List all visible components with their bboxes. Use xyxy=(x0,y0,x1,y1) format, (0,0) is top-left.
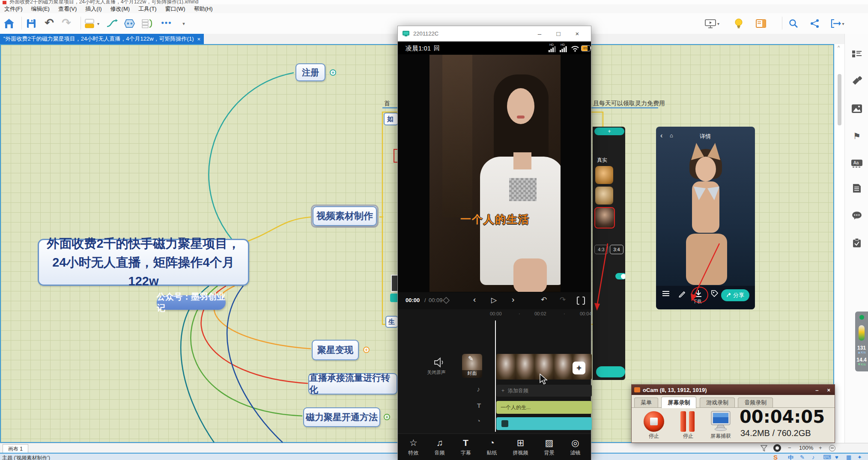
menu-help[interactable]: 帮助(H) xyxy=(190,5,217,13)
close-button[interactable]: × xyxy=(827,387,830,393)
phone-mirror-window[interactable]: 2201122C – □ × 凌晨1:01 回 HD HD 65 × 720P … xyxy=(397,26,591,460)
tab-screen-record[interactable]: 屏幕录制 xyxy=(661,397,696,408)
more-tools-button[interactable]: ••• xyxy=(159,14,174,31)
nav-audio[interactable]: ♫音频 xyxy=(435,438,445,457)
export-button[interactable]: ▾ xyxy=(830,15,844,32)
text-track[interactable]: 一个人的生... xyxy=(496,401,592,414)
idea-button[interactable] xyxy=(731,15,746,32)
menu-file[interactable]: 文件(F) xyxy=(0,5,27,13)
zoom-out-button[interactable]: − xyxy=(788,445,791,451)
sticker-tool-icon[interactable]: ◔ xyxy=(477,417,480,424)
avatar-thumb-hamster[interactable] xyxy=(595,166,613,184)
tag-icon[interactable] xyxy=(711,290,719,297)
node-method[interactable]: 磁力聚星开通方法 xyxy=(303,407,380,427)
image-icon[interactable] xyxy=(851,103,863,114)
menu-tools[interactable]: 工具(T) xyxy=(134,5,161,13)
redo-icon[interactable]: ↷ xyxy=(560,295,566,304)
notes-icon[interactable] xyxy=(851,183,863,194)
mute-speaker-icon[interactable] xyxy=(434,357,446,368)
ocam-titlebar[interactable]: oCam (8, 13, 1912, 1019) – × xyxy=(632,385,835,395)
ime-chinese-icon[interactable]: 中 xyxy=(788,454,793,460)
menu-edit[interactable]: 编辑(E) xyxy=(27,5,54,13)
search-button[interactable] xyxy=(786,15,801,32)
maximize-button[interactable]: □ xyxy=(549,30,568,37)
ratio-3-4-chip[interactable]: 3:4 xyxy=(610,245,623,254)
tab-game-record[interactable]: 游戏录制 xyxy=(700,398,735,407)
node-register[interactable]: 注册 xyxy=(295,63,325,81)
redo-button[interactable]: ↷ xyxy=(59,14,74,31)
stop-button[interactable] xyxy=(644,411,664,432)
phone-window-titlebar[interactable]: 2201122C – □ × xyxy=(398,26,591,42)
avatar-thumb-selected[interactable] xyxy=(594,207,615,229)
node-live-convert[interactable]: 直播承接流量进行转化 xyxy=(308,373,397,395)
hidden-node-generate[interactable]: 生 xyxy=(385,316,398,328)
back-icon[interactable]: ‹ xyxy=(660,132,662,139)
playhead[interactable] xyxy=(495,321,496,432)
tray-mic-icon[interactable]: ♪ xyxy=(812,454,815,460)
scroll-up-icon[interactable]: ^ xyxy=(838,45,840,50)
netspeed-widget[interactable]: 131 ▲K/s 14.4 ▼K/s xyxy=(855,312,868,371)
filter-funnel-icon[interactable] xyxy=(761,445,767,451)
hidden-node-how[interactable]: 如 xyxy=(384,113,398,125)
next-frame-icon[interactable]: › xyxy=(512,295,514,304)
home-icon[interactable]: ⌂ xyxy=(670,132,673,139)
screen-capture-button[interactable] xyxy=(710,410,732,433)
menu-window[interactable]: 窗口(W) xyxy=(161,5,190,13)
vertical-scrollbar[interactable]: ^ xyxy=(835,44,844,443)
boundary-button[interactable] xyxy=(122,15,137,32)
nav-stickers[interactable]: ◔贴纸 xyxy=(487,438,497,457)
nav-subtitles[interactable]: T字幕 xyxy=(461,438,471,457)
node-material[interactable]: 视频素材制作 xyxy=(313,206,377,226)
undo-icon[interactable]: ↶ xyxy=(541,295,547,304)
marker-flag-icon[interactable]: ⚑ xyxy=(851,131,863,142)
zoom-in-button[interactable]: + xyxy=(819,445,822,451)
task-clipboard-icon[interactable] xyxy=(851,237,863,249)
avatar-thumb-2[interactable] xyxy=(595,187,613,205)
nav-effects[interactable]: ☆特效 xyxy=(409,438,419,457)
summary-button[interactable] xyxy=(140,15,155,32)
document-tab[interactable]: "外面收费2千的磁力聚星项目，24小时无人直播，4个月122w，可矩阵操作(1)… xyxy=(0,34,204,44)
overview-eye-icon[interactable] xyxy=(773,444,781,452)
share-button[interactable]: 分享 xyxy=(721,289,749,301)
pause-button[interactable] xyxy=(680,411,697,432)
menu-lines-icon[interactable] xyxy=(662,290,670,297)
text-tool-icon[interactable]: T xyxy=(477,402,481,409)
format-brush-icon[interactable] xyxy=(851,76,863,87)
relationship-button[interactable] xyxy=(104,15,119,32)
more-dropdown[interactable]: ▾ xyxy=(176,15,191,32)
tray-heart-icon[interactable]: ♥ xyxy=(835,454,838,460)
label-icon[interactable]: Aa xyxy=(851,158,863,169)
node-free-resource-label[interactable]: 且每天可以领取灵力免费用 xyxy=(593,100,665,107)
effect-track[interactable] xyxy=(496,417,592,430)
keyframe-diamond-icon[interactable] xyxy=(442,297,450,304)
menu-view[interactable]: 查看(V) xyxy=(54,5,81,13)
comment-icon[interactable] xyxy=(851,210,863,221)
preview-area[interactable]: 一个人的生活 xyxy=(398,54,591,292)
expand-badge-monetize[interactable]: + xyxy=(363,347,370,353)
presentation-button[interactable]: ▾ xyxy=(704,15,719,32)
fullscreen-icon[interactable] xyxy=(577,297,585,305)
play-icon[interactable]: ▷ xyxy=(491,296,497,305)
tab-close-icon[interactable]: × xyxy=(197,36,201,42)
panel-toggle-button[interactable] xyxy=(754,15,768,32)
nav-background[interactable]: ▨背景 xyxy=(544,438,555,457)
minimize-button[interactable]: – xyxy=(530,30,549,37)
tray-tools-icon[interactable]: ✦ xyxy=(857,454,862,460)
menu-insert[interactable]: 插入(I) xyxy=(81,5,106,13)
expand-badge-register[interactable]: + xyxy=(330,69,336,76)
menu-modify[interactable]: 修改(M) xyxy=(106,5,134,13)
add-clip-button[interactable]: + xyxy=(573,362,585,374)
nav-split-video[interactable]: ⊞拼视频 xyxy=(513,438,528,457)
node-monetize[interactable]: 聚星变现 xyxy=(312,340,359,360)
close-button[interactable]: × xyxy=(568,30,587,37)
node-central-topic[interactable]: 外面收费2千的快手磁力聚星项目，24小时无人直播，矩阵操作4个月122w xyxy=(38,239,249,286)
prev-frame-icon[interactable]: ‹ xyxy=(473,295,476,304)
tab-audio-record[interactable]: 音频录制 xyxy=(738,398,773,407)
audio-note-icon[interactable]: ♪ xyxy=(477,386,480,393)
nav-filters[interactable]: ◎滤镜 xyxy=(570,438,581,457)
cover-thumbnail[interactable]: ✎ 封面 xyxy=(462,354,482,378)
sogou-tray-icon[interactable]: S xyxy=(773,454,778,460)
toggle-on[interactable] xyxy=(615,273,625,279)
node-material-selection[interactable]: 视频素材制作 xyxy=(311,205,379,228)
share-button[interactable] xyxy=(808,15,822,32)
